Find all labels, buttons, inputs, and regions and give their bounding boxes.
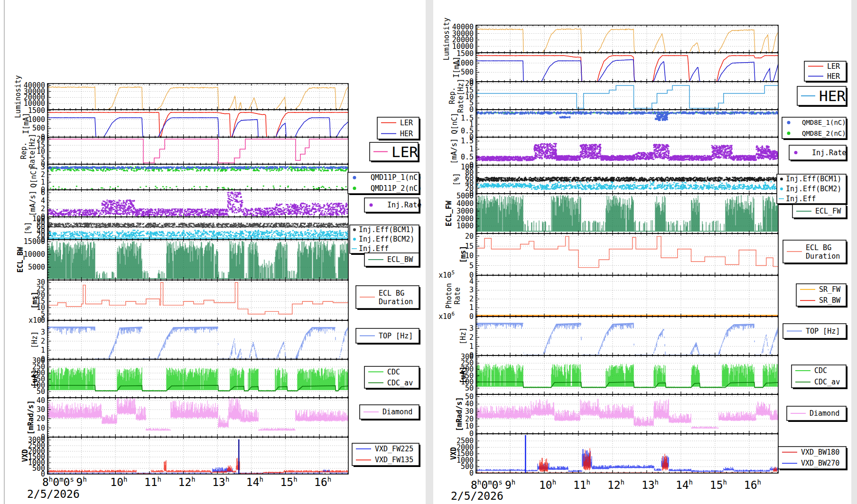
svg-text:Inj.Eff(BCM2): Inj.Eff(BCM2) <box>786 185 841 193</box>
svg-text:20: 20 <box>465 415 474 423</box>
right-legend-inj-eff: Inj.Eff(BCM1)Inj.Eff(BCM2)Inj.Eff <box>777 174 848 205</box>
right-legend-sr: SR_FWSR_BW <box>796 284 848 308</box>
right-legend-diamond: Diamond <box>787 406 848 422</box>
svg-text:[mRad/s]: [mRad/s] <box>27 400 35 434</box>
svg-text:16h: 16h <box>744 478 761 491</box>
left-legend-rep-rate: LER <box>370 142 419 162</box>
svg-text:x106: x106 <box>438 311 455 321</box>
svg-text:10000: 10000 <box>24 250 45 259</box>
left-legend-inj-eff: Inj.Eff(BCM1)Inj.Eff(BCM2)Inj.Eff <box>350 225 420 255</box>
left-subplot-top: 0123[Hz]x106 <box>28 315 348 364</box>
right-subplot-photon-rate: 01234PhotonRatex105 <box>438 270 778 321</box>
svg-text:15h: 15h <box>280 476 298 488</box>
svg-text:2: 2 <box>41 337 45 345</box>
svg-text:5000: 5000 <box>28 263 45 271</box>
svg-text:3: 3 <box>469 286 474 294</box>
left-legend-inj-rate: Inj.Rate <box>364 198 421 214</box>
svg-text:Rep.: Rep. <box>448 87 456 104</box>
svg-text:1: 1 <box>469 342 474 351</box>
svg-text:1500: 1500 <box>28 106 45 115</box>
svg-text:Diamond: Diamond <box>382 408 412 416</box>
right-legend-rep-rate: HER <box>797 86 848 107</box>
left-subplot-rep-rate: 05101520Rep.Rate[Hz] <box>19 133 348 168</box>
svg-text:Luminosity: Luminosity <box>14 75 22 118</box>
svg-text:TOP [Hz]: TOP [Hz] <box>806 327 840 336</box>
right-subplot-vxd: 05001000150020002500VXD <box>449 434 778 477</box>
svg-text:[uA]: [uA] <box>459 366 467 383</box>
svg-text:10h: 10h <box>539 478 556 491</box>
svg-text:2: 2 <box>469 333 474 342</box>
svg-text:LER: LER <box>827 62 840 71</box>
svg-text:Duration: Duration <box>379 298 413 306</box>
svg-text:HER: HER <box>819 87 846 104</box>
right-legend-current: LERHER <box>804 61 848 83</box>
svg-text:14h: 14h <box>246 476 263 488</box>
svg-text:[mA/s]: [mA/s] <box>450 138 458 164</box>
right-legend-top: TOP [Hz] <box>783 324 848 340</box>
svg-text:2: 2 <box>41 205 45 213</box>
svg-text:Rate[Hz]: Rate[Hz] <box>456 78 465 112</box>
beam-background-monitor-screen: 10000200003000040000Luminosity0500100015… <box>0 0 857 504</box>
left-subplot-luminosity: 10000200003000040000Luminosity <box>14 75 348 118</box>
right-legend-cdc: CDCCDC_av <box>792 365 848 389</box>
svg-text:50: 50 <box>465 392 474 401</box>
svg-text:Rate[Hz]: Rate[Hz] <box>28 133 37 168</box>
svg-text:2000: 2000 <box>456 215 474 223</box>
svg-text:SR_FW: SR_FW <box>819 285 841 294</box>
svg-text:SR_BW: SR_BW <box>819 296 841 305</box>
svg-text:12h: 12h <box>607 478 624 491</box>
left-subplot-current: 050010001500I[mA] <box>22 106 348 141</box>
svg-text:Inj.Rate: Inj.Rate <box>387 201 421 209</box>
svg-text:13h: 13h <box>642 478 659 491</box>
left-legend-top: TOP [Hz] <box>356 328 420 345</box>
svg-text:20: 20 <box>37 414 45 423</box>
right-subplot-cdc: 50100150200250300[uA] <box>459 353 778 394</box>
svg-text:3: 3 <box>41 163 45 171</box>
svg-text:5: 5 <box>469 261 474 270</box>
left-x-axis-labels: 8h0m0s9h10h11h12h13h14h15h16h <box>42 476 331 488</box>
svg-text:CDC: CDC <box>814 366 827 375</box>
svg-text:Inj.Rate: Inj.Rate <box>812 149 846 157</box>
right-subplot-inj-rate: 00.511.5[mA/s] <box>450 137 779 169</box>
left-legend-vxd: VXD_FW225VXD_FW135 <box>352 443 420 467</box>
svg-text:14h: 14h <box>676 478 693 491</box>
left-subplot-vxd: 050010001500200025003000VXD <box>21 436 348 478</box>
left-subplot-diamond: 010203040[mRad/s] <box>27 395 348 442</box>
svg-text:30: 30 <box>37 405 45 414</box>
svg-text:Inj.Eff(BCM1): Inj.Eff(BCM1) <box>786 175 841 183</box>
svg-text:Rate: Rate <box>453 287 462 304</box>
right-subplot-ecl-fw: 10002000300040005000ECL_FW <box>445 192 778 233</box>
svg-text:8h0m0s: 8h0m0s <box>471 478 503 491</box>
svg-text:VXD_BW180: VXD_BW180 <box>801 448 839 457</box>
svg-text:[ms]: [ms] <box>30 291 39 308</box>
svg-text:VXD_BW270: VXD_BW270 <box>801 459 839 467</box>
svg-text:2500: 2500 <box>456 437 474 445</box>
svg-text:QMD8E_1(nC): QMD8E_1(nC) <box>802 119 846 127</box>
svg-text:10: 10 <box>465 422 474 430</box>
svg-text:Photon: Photon <box>445 283 453 308</box>
svg-text:20: 20 <box>37 135 45 143</box>
svg-text:3: 3 <box>469 324 474 333</box>
svg-text:5000: 5000 <box>456 192 474 200</box>
svg-text:15h: 15h <box>710 478 727 491</box>
right-subplot-luminosity: 10000200003000040000Luminosity <box>442 18 778 60</box>
svg-text:3000: 3000 <box>28 436 45 444</box>
svg-text:Diamond: Diamond <box>810 409 839 418</box>
svg-text:30: 30 <box>465 407 474 416</box>
svg-text:Inj.Eff(BCM2): Inj.Eff(BCM2) <box>359 235 414 243</box>
left-subplot-inj-rate: 0246[mA/s] <box>28 188 348 221</box>
svg-text:3: 3 <box>41 328 45 336</box>
svg-text:40: 40 <box>465 400 474 408</box>
svg-text:100: 100 <box>461 163 474 171</box>
svg-text:[Hz]: [Hz] <box>459 327 467 345</box>
date-label-left: 2/5/2026 <box>27 488 80 500</box>
svg-text:500: 500 <box>32 124 45 132</box>
svg-text:ECL BG: ECL BG <box>379 289 404 298</box>
svg-text:9h: 9h <box>505 478 515 491</box>
svg-text:Inj.Eff(BCM1): Inj.Eff(BCM1) <box>359 225 414 234</box>
svg-text:[Hz]: [Hz] <box>30 331 39 348</box>
right-subplot-inj-eff: 020406080100[%] <box>452 163 779 198</box>
svg-text:11h: 11h <box>144 476 161 488</box>
left-panel: 10000200003000040000Luminosity0500100015… <box>14 75 422 488</box>
svg-text:8h0m0s: 8h0m0s <box>42 476 74 488</box>
